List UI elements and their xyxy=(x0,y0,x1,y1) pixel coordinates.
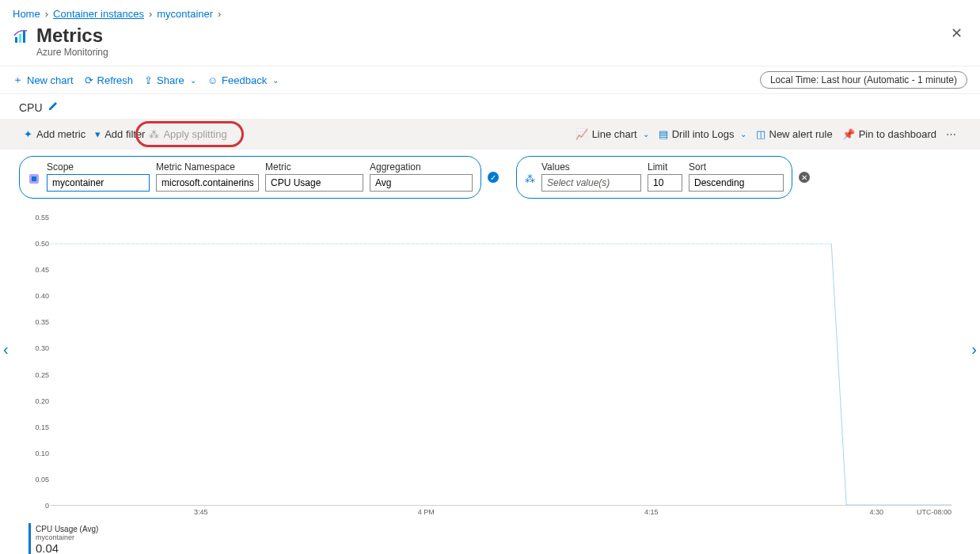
close-icon[interactable]: ✕ xyxy=(946,25,967,42)
line-chart-icon: 📈 xyxy=(575,128,588,140)
feedback-label: Feedback xyxy=(222,74,267,86)
chevron-right-icon: › xyxy=(149,8,152,20)
y-axis-tick: 0 xyxy=(28,502,49,510)
y-axis-tick: 0.45 xyxy=(28,266,49,274)
sort-label: Sort xyxy=(689,161,784,173)
prev-chart-button[interactable]: ‹ xyxy=(3,340,9,359)
scope-input[interactable] xyxy=(47,174,150,192)
chart-type-label: Line chart xyxy=(592,128,637,140)
new-chart-label: New chart xyxy=(27,74,74,86)
apply-splitting-label: Apply splitting xyxy=(163,128,226,140)
refresh-button[interactable]: ⟳ Refresh xyxy=(85,74,134,86)
drill-into-logs-button[interactable]: ▤ Drill into Logs ⌄ xyxy=(654,127,751,142)
filter-icon: ▾ xyxy=(95,128,101,140)
breadcrumb-home[interactable]: Home xyxy=(13,8,40,20)
share-icon: ⇪ xyxy=(144,74,153,86)
sort-select[interactable]: Descending xyxy=(689,174,784,192)
plus-icon: ＋ xyxy=(13,73,23,87)
svg-rect-4 xyxy=(32,176,36,181)
page-title: Metrics xyxy=(36,25,108,47)
logs-icon: ▤ xyxy=(659,128,668,140)
values-label: Values xyxy=(541,161,641,173)
more-options-button[interactable]: ⋯ xyxy=(941,127,961,142)
chevron-down-icon: ⌄ xyxy=(643,130,649,138)
metric-label: Metric xyxy=(265,161,363,173)
namespace-select[interactable]: microsoft.containerinst... xyxy=(156,174,259,192)
command-bar: ＋ New chart ⟳ Refresh ⇪ Share ⌄ ☺ Feedba… xyxy=(0,66,980,94)
pin-to-dashboard-label: Pin to dashboard xyxy=(859,128,936,140)
y-axis-tick: 0.05 xyxy=(28,476,49,484)
new-alert-rule-button[interactable]: ◫ New alert rule xyxy=(751,127,838,142)
metric-definition-pill: Scope Metric Namespace microsoft.contain… xyxy=(19,156,481,199)
legend-item[interactable]: CPU Usage (Avg) mycontainer 0.04 xyxy=(28,523,103,554)
legend-value: 0.04 xyxy=(36,541,98,554)
aggregation-label: Aggregation xyxy=(370,161,473,173)
dimension-icon: ⁂ xyxy=(525,161,535,184)
add-metric-button[interactable]: ✦ Add metric xyxy=(19,127,90,142)
feedback-button[interactable]: ☺ Feedback ⌄ xyxy=(207,74,279,86)
resource-icon xyxy=(28,161,40,185)
y-axis-tick: 0.25 xyxy=(28,371,49,379)
breadcrumb-mycontainer[interactable]: mycontainer xyxy=(157,8,213,20)
new-alert-rule-label: New alert rule xyxy=(769,128,833,140)
x-axis-tick: 4 PM xyxy=(418,508,435,516)
namespace-label: Metric Namespace xyxy=(156,161,259,173)
breadcrumb: Home › Container instances › mycontainer… xyxy=(0,0,980,21)
legend-resource: mycontainer xyxy=(36,533,98,541)
chart-type-dropdown[interactable]: 📈 Line chart ⌄ xyxy=(571,127,654,142)
scope-label: Scope xyxy=(47,161,150,173)
line-chart[interactable]: 00.050.100.150.200.250.300.350.400.450.5… xyxy=(28,218,952,518)
share-button[interactable]: ⇪ Share ⌄ xyxy=(144,74,196,86)
values-select[interactable]: Select value(s) xyxy=(541,174,641,192)
share-label: Share xyxy=(157,74,184,86)
new-chart-button[interactable]: ＋ New chart xyxy=(13,73,74,87)
aggregation-select[interactable]: Avg xyxy=(370,174,473,192)
metrics-icon xyxy=(13,28,30,47)
chart-toolbar: ✦ Add metric ▾ Add filter ⁂ Apply splitt… xyxy=(0,119,980,150)
chart-title-row: CPU xyxy=(0,94,980,119)
checkmark-icon[interactable]: ✓ xyxy=(488,172,499,183)
split-icon: ⁂ xyxy=(149,128,159,140)
x-axis-tick: 3:45 xyxy=(194,508,208,516)
next-chart-button[interactable]: › xyxy=(971,340,977,359)
chevron-right-icon: › xyxy=(218,8,221,20)
x-axis-tick: 4:30 xyxy=(869,508,883,516)
y-axis-tick: 0.15 xyxy=(28,423,49,431)
chevron-down-icon: ⌄ xyxy=(740,130,746,138)
breadcrumb-container-instances[interactable]: Container instances xyxy=(53,8,144,20)
legend-series-name: CPU Usage (Avg) xyxy=(36,525,98,533)
time-range-picker[interactable]: Local Time: Last hour (Automatic - 1 min… xyxy=(760,71,967,89)
timezone-label: UTC-08:00 xyxy=(917,508,952,516)
svg-rect-2 xyxy=(23,31,25,43)
pencil-icon[interactable] xyxy=(47,101,59,114)
limit-label: Limit xyxy=(648,161,682,173)
splitting-pill: ⁂ Values Select value(s) Limit Sort Desc… xyxy=(516,156,792,199)
pill-row: Scope Metric Namespace microsoft.contain… xyxy=(0,150,980,199)
refresh-icon: ⟳ xyxy=(85,74,93,86)
chevron-down-icon: ⌄ xyxy=(190,76,196,85)
svg-rect-1 xyxy=(19,34,21,43)
chevron-right-icon: › xyxy=(45,8,48,20)
remove-icon[interactable]: ✕ xyxy=(799,172,810,183)
svg-rect-0 xyxy=(15,37,17,43)
chart-container: 00.050.100.150.200.250.300.350.400.450.5… xyxy=(0,199,980,518)
chevron-down-icon: ⌄ xyxy=(272,76,279,85)
pin-to-dashboard-button[interactable]: 📌 Pin to dashboard xyxy=(838,127,941,142)
y-axis-tick: 0.10 xyxy=(28,450,49,457)
limit-input[interactable] xyxy=(648,174,682,192)
y-axis-tick: 0.30 xyxy=(28,344,49,352)
smiley-icon: ☺ xyxy=(207,74,218,86)
y-axis-tick: 0.55 xyxy=(28,214,49,222)
page-header: Metrics Azure Monitoring ✕ xyxy=(0,21,980,66)
y-axis-tick: 0.35 xyxy=(28,318,49,326)
y-axis-tick: 0.50 xyxy=(28,240,49,248)
y-axis-tick: 0.40 xyxy=(28,292,49,300)
refresh-label: Refresh xyxy=(97,74,134,86)
apply-splitting-button[interactable]: ⁂ Apply splitting xyxy=(135,121,243,147)
x-axis-tick: 4:15 xyxy=(644,508,659,516)
metric-select[interactable]: CPU Usage xyxy=(265,174,363,192)
sparkle-icon: ✦ xyxy=(24,128,32,140)
pin-icon: 📌 xyxy=(842,128,855,140)
svg-line-6 xyxy=(831,244,846,505)
page-subtitle: Azure Monitoring xyxy=(36,47,108,58)
